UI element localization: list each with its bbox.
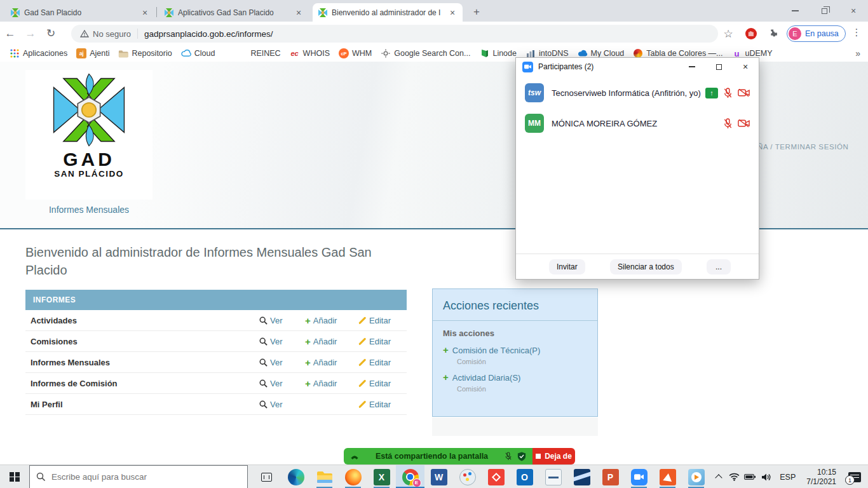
anadir-link[interactable]: +Añadir [305, 337, 358, 346]
ver-link[interactable]: Ver [259, 337, 305, 346]
taskbar-app-anydesk[interactable] [482, 465, 510, 488]
security-warning[interactable]: No seguro [80, 29, 131, 39]
extensions-icon[interactable] [766, 27, 779, 40]
profile-sync-button[interactable]: E En pausa [787, 25, 846, 42]
tab-aplicativos[interactable]: Aplicativos Gad San Placido × [159, 3, 309, 22]
taskbar-app-firefox[interactable] [339, 465, 367, 488]
url-omnibox[interactable]: No seguro gadprsanplacido.gob.ec/informe… [71, 25, 718, 43]
bookmark-linode[interactable]: Linode [475, 46, 521, 60]
recent-action-link[interactable]: Actividad Diaria(S) [452, 373, 521, 383]
taskbar-app-word[interactable]: W [424, 465, 453, 488]
ver-link[interactable]: Ver [259, 400, 305, 409]
editar-link[interactable]: Editar [358, 358, 407, 367]
bookmark-google-search-console[interactable]: Google Search Con... [376, 46, 475, 60]
taskbar-app-outlook[interactable]: O [510, 465, 539, 488]
panel-minimize-button[interactable] [679, 58, 705, 76]
bookmark-whm[interactable]: cP WHM [334, 46, 376, 60]
taskbar-app-paint[interactable] [453, 465, 482, 488]
participant-row[interactable]: tsw Tecnoserviweb Informática (Anfitrión… [516, 79, 759, 106]
window-restore-button[interactable] [810, 0, 839, 22]
taskbar-app-file-explorer[interactable] [310, 465, 339, 488]
row-name[interactable]: Informes de Comisión [31, 379, 259, 388]
action-center-button[interactable]: 1 [841, 465, 868, 488]
user-tools-links[interactable]: ÑA / TERMINAR SESIÓN [757, 143, 848, 151]
anadir-link[interactable]: +Añadir [305, 316, 358, 325]
tab-gad-san-placido[interactable]: Gad San Placido × [5, 3, 155, 22]
tab-title: Bienvenido al administrador de I [332, 8, 444, 17]
tab-bienvenido-active[interactable]: Bienvenido al administrador de I × [313, 3, 463, 22]
row-name[interactable]: Actividades [31, 316, 259, 325]
editar-link[interactable]: Editar [358, 400, 407, 409]
taskbar-app-media-player[interactable] [682, 465, 710, 488]
recent-action-link[interactable]: Comisión de Técnica(P) [452, 346, 540, 355]
anadir-link[interactable]: +Añadir [305, 379, 358, 388]
bookmark-repositorio[interactable]: Repositorio [114, 46, 176, 60]
reload-button[interactable]: ↻ [41, 27, 61, 40]
taskbar-app-zoom[interactable] [625, 465, 653, 488]
recent-action-item[interactable]: + Comisión de Técnica(P) [443, 346, 587, 355]
site-name-link[interactable]: Informes Mensuales [25, 205, 153, 215]
tab-close-icon[interactable]: × [294, 8, 304, 18]
ver-link[interactable]: Ver [259, 379, 305, 388]
search-input[interactable] [51, 472, 241, 482]
taskbar-app-scanner[interactable] [539, 465, 567, 488]
powerpoint-icon: P [602, 469, 619, 485]
bookmark-reinec[interactable]: REINEC [246, 46, 285, 60]
volume-indicator[interactable] [758, 465, 774, 488]
pencil-icon [358, 400, 367, 409]
window-close-button[interactable]: × [839, 0, 868, 22]
battery-indicator[interactable] [742, 465, 758, 488]
tray-expand-button[interactable] [710, 465, 726, 488]
browser-menu-button[interactable]: ⋮ [850, 27, 863, 38]
tab-close-icon[interactable]: × [140, 8, 150, 18]
taskbar-app-chrome[interactable]: E [396, 465, 424, 488]
search-icon [259, 400, 268, 409]
mute-all-button[interactable]: Silenciar a todos [610, 259, 682, 274]
participant-row[interactable]: MM MÓNICA MOREIRA GÓMEZ [516, 110, 759, 137]
my-actions-subtitle: Mis acciones [443, 329, 587, 338]
taskbar-app-nitro-pdf[interactable] [653, 465, 682, 488]
wifi-indicator[interactable] [726, 465, 742, 488]
panel-maximize-button[interactable] [705, 58, 732, 76]
bookmark-cloud[interactable]: Cloud [177, 46, 220, 60]
editar-link[interactable]: Editar [358, 316, 407, 325]
taskbar-app-scan-utility[interactable] [567, 465, 596, 488]
adblock-extension-icon[interactable] [745, 27, 757, 40]
task-view-button[interactable] [253, 465, 280, 488]
taskbar-app-edge[interactable] [281, 465, 310, 488]
taskbar-clock[interactable]: 10:15 7/1/2021 [801, 468, 841, 487]
editar-link[interactable]: Editar [358, 379, 407, 388]
stop-share-button[interactable]: Deja de [532, 448, 575, 464]
more-options-button[interactable]: ... [707, 259, 731, 274]
invite-button[interactable]: Invitar [549, 259, 585, 274]
forward-button[interactable]: → [20, 27, 41, 40]
editar-link[interactable]: Editar [358, 337, 407, 346]
taskbar-search[interactable] [29, 465, 248, 488]
row-name[interactable]: Informes Mensuales [31, 358, 259, 367]
zoom-panel-titlebar[interactable]: Participantes (2) × [516, 58, 759, 76]
new-tab-button[interactable]: + [469, 5, 484, 20]
tab-close-icon[interactable]: × [447, 8, 458, 18]
bookmarks-overflow-button[interactable]: » [855, 48, 860, 58]
stop-icon [536, 454, 541, 459]
bookmark-whois[interactable]: ec WHOIS [285, 46, 334, 60]
row-name[interactable]: Mi Perfil [31, 400, 259, 409]
back-button[interactable]: ← [0, 27, 20, 40]
module-caption[interactable]: INFORMES [25, 290, 407, 310]
ver-link[interactable]: Ver [259, 358, 305, 367]
bookmark-star-icon[interactable]: ☆ [722, 27, 735, 40]
row-name[interactable]: Comisiones [31, 337, 259, 346]
language-indicator[interactable]: ESP [774, 473, 801, 482]
bookmark-ajenti[interactable]: aj Ajenti [72, 46, 114, 60]
ver-link[interactable]: Ver [259, 316, 305, 325]
taskbar-app-powerpoint[interactable]: P [596, 465, 625, 488]
start-button[interactable] [0, 465, 29, 488]
recent-action-item[interactable]: + Actividad Diaria(S) [443, 373, 587, 383]
bookmark-aplicaciones[interactable]: Aplicaciones [5, 46, 72, 60]
taskbar-app-excel[interactable]: X [367, 465, 396, 488]
window-minimize-button[interactable] [780, 0, 810, 22]
bookmark-label: Aplicaciones [23, 49, 67, 58]
panel-close-button[interactable]: × [732, 58, 759, 76]
anadir-link[interactable]: +Añadir [305, 358, 358, 367]
omnibox-divider [137, 29, 138, 39]
